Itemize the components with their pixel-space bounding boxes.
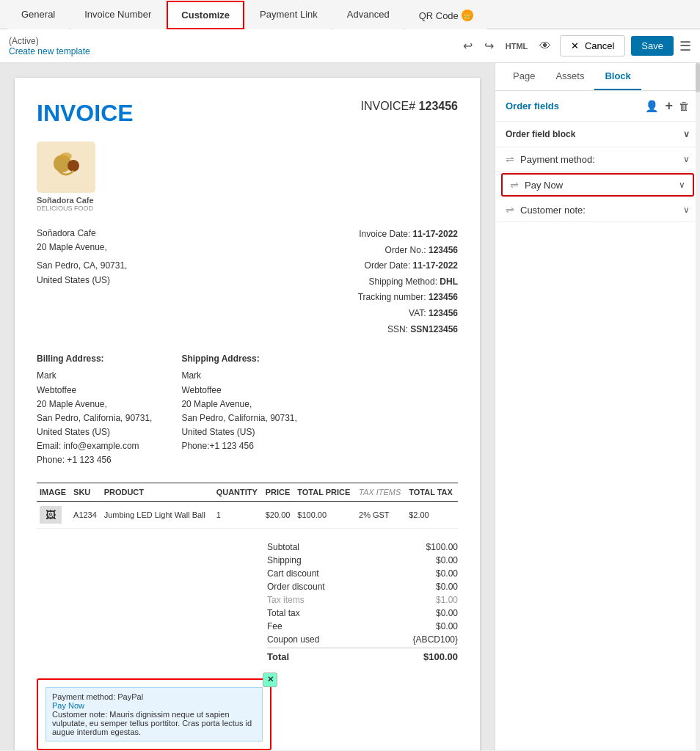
active-status: (Active) (9, 36, 454, 46)
tab-qr-code[interactable]: QR Code 👑 (405, 1, 487, 29)
pay-now-link[interactable]: Pay Now (52, 701, 256, 710)
col-price: PRICE (263, 483, 295, 501)
cell-price: $20.00 (263, 501, 295, 528)
logo-text: Soñadora Cafe (37, 196, 94, 205)
table-row: 🖼 A1234 Jumbing LED Light Wall Ball 1 $2… (37, 501, 458, 528)
tab-payment-link[interactable]: Payment Link (246, 1, 332, 29)
address-row: Billing Address: Mark Webtoffee 20 Maple… (37, 352, 458, 468)
order-field-block-section: Order field block ∨ (495, 122, 700, 147)
col-image: IMAGE (37, 483, 70, 501)
order-fields-title: Order fields (506, 100, 559, 111)
col-total-price: TOTAL PRICE (294, 483, 356, 501)
toolbar-icons: ↩ ↪ HTML 👁 (460, 36, 555, 56)
cell-sku: A1234 (70, 501, 101, 528)
totals-shipping: Shipping $0.00 (267, 554, 458, 567)
billing-address: Billing Address: Mark Webtoffee 20 Maple… (37, 352, 152, 468)
totals-fee: Fee $0.00 (267, 620, 458, 633)
svg-point-3 (60, 153, 72, 160)
tab-bar: General Invoice Number Customize Payment… (0, 0, 700, 29)
invoice-area: INVOICE INVOICE# 123456 (0, 63, 495, 750)
tab-customize[interactable]: Customize (167, 1, 244, 29)
field-item-left: ⇌ Payment method: (506, 153, 595, 165)
close-payment-block-button[interactable]: ✕ (263, 673, 277, 687)
totals-total-final: Total $100.00 (267, 648, 458, 664)
save-button[interactable]: Save (631, 36, 674, 56)
undo-button[interactable]: ↩ (460, 36, 475, 56)
field-item-left-paynow: ⇌ Pay Now (510, 179, 563, 191)
cell-product: Jumbing LED Light Wall Ball (101, 501, 214, 528)
invoice-table: IMAGE SKU PRODUCT QUANTITY PRICE TOTAL P… (37, 483, 458, 529)
cell-quantity: 1 (214, 501, 263, 528)
totals-total-tax: Total tax $0.00 (267, 607, 458, 620)
cell-tax-items: 2% GST (356, 501, 406, 528)
tab-invoice-number[interactable]: Invoice Number (70, 1, 165, 29)
payment-block: Payment method: PayPal Pay Now Customer … (37, 678, 271, 750)
add-user-button[interactable]: 👤 (645, 98, 659, 114)
chevron-down-icon: ∨ (683, 129, 690, 139)
redo-button[interactable]: ↪ (481, 36, 497, 56)
col-product: PRODUCT (101, 483, 214, 501)
tab-general[interactable]: General (7, 1, 69, 29)
chevron-right-icon: ∨ (683, 154, 690, 164)
chevron-paynow-icon: ∨ (679, 180, 685, 190)
totals-tax-items: Tax items $1.00 (267, 593, 458, 607)
logo-area: Soñadora Cafe DELICIOUS FOOD (37, 142, 458, 212)
panel-tab-page[interactable]: Page (503, 63, 545, 90)
invoice-header: INVOICE INVOICE# 123456 (37, 100, 458, 127)
cancel-button[interactable]: ✕ Cancel (560, 35, 625, 56)
order-fields-actions: 👤 + 🗑 (645, 98, 690, 114)
drag-icon-note: ⇌ (506, 204, 514, 216)
col-total-tax: TOTAL TAX (406, 483, 458, 501)
cell-total-price: $100.00 (294, 501, 356, 528)
add-field-button[interactable]: + (665, 98, 673, 114)
customer-note-field-item[interactable]: ⇌ Customer note: ∨ (495, 198, 700, 222)
totals-order-discount: Order discount $0.00 (267, 580, 458, 593)
main-layout: INVOICE INVOICE# 123456 (0, 63, 700, 750)
customer-note-line: Customer note: Mauris dignissim neque ut… (52, 710, 256, 736)
shipping-address: Shipping Address: Mark Webtoffee 20 Mapl… (181, 352, 296, 468)
col-tax-items: TAX ITEMS (356, 483, 406, 501)
totals-cart-discount: Cart discount $0.00 (267, 567, 458, 580)
logo-sub: DELICIOUS FOOD (37, 205, 93, 212)
logo-svg (40, 145, 92, 189)
cancel-x-icon: ✕ (571, 40, 579, 51)
payment-method-field-item[interactable]: ⇌ Payment method: ∨ (495, 147, 700, 172)
create-template-link[interactable]: Create new template (9, 46, 454, 56)
totals-section: Subtotal $100.00 Shipping $0.00 Cart dis… (37, 541, 458, 664)
invoice-meta: Invoice Date: 11-17-2022 Order No.: 1234… (358, 227, 458, 337)
totals-subtotal: Subtotal $100.00 (267, 541, 458, 554)
drag-icon: ⇌ (506, 153, 514, 165)
scrollbar-thumb[interactable] (696, 63, 700, 92)
toolbar: (Active) Create new template ↩ ↪ HTML 👁 … (0, 29, 700, 63)
invoice-title: INVOICE (37, 100, 134, 127)
invoice-page: INVOICE INVOICE# 123456 (15, 78, 480, 750)
order-field-block-header[interactable]: Order field block ∨ (495, 122, 700, 147)
panel-tab-block[interactable]: Block (594, 63, 641, 90)
company-info: Soñadora Cafe 20 Maple Avenue, San Pedro… (37, 227, 127, 337)
tab-advanced[interactable]: Advanced (333, 1, 404, 29)
menu-button[interactable]: ☰ (679, 38, 691, 54)
invoice-number: INVOICE# 123456 (360, 100, 458, 113)
pay-now-field-item[interactable]: ⇌ Pay Now ∨ (501, 173, 694, 197)
preview-button[interactable]: 👁 (536, 37, 554, 56)
totals-coupon: Coupon used {ABCD100} (267, 633, 458, 646)
panel-tabs: Page Assets Block (495, 63, 700, 91)
totals-table: Subtotal $100.00 Shipping $0.00 Cart dis… (267, 541, 458, 664)
panel-tab-assets[interactable]: Assets (545, 63, 594, 90)
toolbar-left: (Active) Create new template (9, 36, 454, 56)
payment-block-inner: Payment method: PayPal Pay Now Customer … (45, 687, 263, 741)
field-item-left-note: ⇌ Customer note: (506, 204, 586, 216)
svg-point-2 (68, 160, 79, 172)
crown-icon: 👑 (462, 10, 473, 21)
col-sku: SKU (70, 483, 101, 501)
html-button[interactable]: HTML (503, 39, 531, 54)
payment-method-line: Payment method: PayPal (52, 692, 256, 701)
col-quantity: QUANTITY (214, 483, 263, 501)
delete-field-button[interactable]: 🗑 (679, 98, 690, 114)
right-panel: Page Assets Block Order fields 👤 + 🗑 Ord… (495, 63, 700, 750)
company-info-row: Soñadora Cafe 20 Maple Avenue, San Pedro… (37, 227, 458, 337)
cell-image: 🖼 (37, 501, 70, 528)
chevron-note-icon: ∨ (683, 205, 690, 215)
drag-icon-paynow: ⇌ (510, 179, 519, 191)
logo-image (37, 142, 95, 193)
